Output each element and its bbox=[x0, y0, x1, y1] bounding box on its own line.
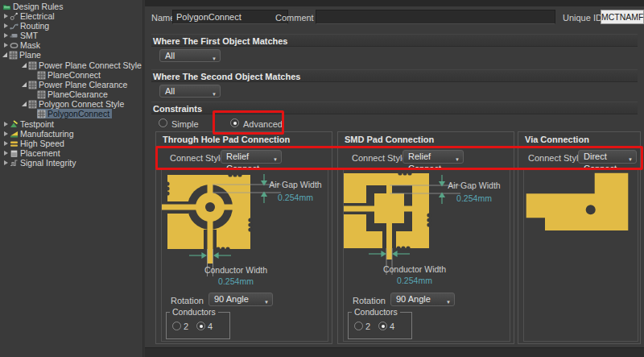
tree-item-smt[interactable]: SMT bbox=[0, 31, 142, 40]
conductors-2-label: 2 bbox=[365, 322, 370, 331]
second-object-scope-dropdown[interactable]: All ▼ bbox=[159, 85, 221, 98]
conductors-group: Conductors 2 4 bbox=[166, 312, 230, 339]
panel-title: SMD Pad Connection bbox=[345, 135, 434, 144]
collapse-icon[interactable] bbox=[22, 82, 27, 87]
expand-icon[interactable] bbox=[4, 131, 8, 136]
conductors-4-radio[interactable] bbox=[196, 322, 205, 330]
air-gap-width-value: 0.254mm bbox=[444, 193, 505, 203]
air-gap-width-value: 0.254mm bbox=[265, 193, 326, 202]
tree-item-planeconnect[interactable]: PlaneConnect bbox=[0, 70, 142, 80]
expand-icon[interactable] bbox=[4, 33, 8, 38]
rule-icon bbox=[37, 110, 46, 118]
tree-item-signal-integrity[interactable]: Signal Integrity bbox=[0, 158, 142, 168]
advanced-radio-label: Advanced bbox=[243, 119, 283, 129]
collapse-icon[interactable] bbox=[22, 63, 27, 68]
tree-item-high-speed[interactable]: High Speed bbox=[0, 139, 142, 148]
conductors-4-radio[interactable] bbox=[378, 322, 387, 330]
through-hole-preview-box: Air Gap Width 0.254mm Conductor Width 0.… bbox=[161, 169, 328, 342]
tree-item-polygon-connect-style[interactable]: Polygon Connect Style bbox=[0, 99, 142, 109]
smd-connect-style-dropdown[interactable]: Relief Connect ▼ bbox=[402, 150, 464, 164]
signal-integrity-icon bbox=[10, 159, 19, 168]
high-speed-icon bbox=[10, 139, 19, 148]
folder-icon bbox=[2, 2, 11, 11]
simple-radio[interactable] bbox=[159, 118, 167, 127]
through-hole-pad-connection-panel: Through Hole Pad Connection Connect Styl… bbox=[155, 131, 332, 344]
electrical-icon bbox=[10, 12, 19, 21]
rule-editor-main: Name Comment Unique ID MCTNAMFK Where Th… bbox=[145, 0, 644, 357]
comment-input[interactable] bbox=[316, 10, 555, 24]
expand-icon[interactable] bbox=[4, 122, 8, 127]
bottom-strip bbox=[145, 347, 644, 357]
advanced-radio[interactable] bbox=[230, 118, 239, 127]
tree-item-power-plane-connect-style[interactable]: Power Plane Connect Style bbox=[0, 60, 142, 70]
collapse-icon[interactable] bbox=[22, 102, 27, 106]
tree-label: Design Rules bbox=[11, 2, 65, 11]
tree-item-polygonconnect-selected[interactable]: PolygonConnect bbox=[0, 109, 142, 118]
first-object-scope-dropdown[interactable]: All ▼ bbox=[159, 49, 221, 62]
conductors-label: Conductors bbox=[170, 307, 218, 317]
smd-pad-connection-panel: SMD Pad Connection Connect Style Relief … bbox=[337, 131, 514, 344]
testpoint-icon bbox=[10, 120, 19, 129]
tree-item-design-rules[interactable]: Design Rules bbox=[0, 2, 142, 11]
tree-item-power-plane-clearance[interactable]: Power Plane Clearance bbox=[0, 80, 142, 89]
chevron-down-icon: ▼ bbox=[212, 89, 217, 101]
conductors-label: Conductors bbox=[352, 307, 400, 317]
unique-id-value: MCTNAMFK bbox=[601, 10, 644, 24]
tree-item-planeclearance[interactable]: PlaneClearance bbox=[0, 89, 142, 99]
tree-item-mask[interactable]: Mask bbox=[0, 40, 142, 50]
expand-icon[interactable] bbox=[4, 43, 8, 48]
name-input[interactable] bbox=[172, 10, 288, 24]
expand-icon[interactable] bbox=[4, 141, 8, 146]
conductor-width-value: 0.254mm bbox=[194, 276, 278, 286]
tree-item-electrical[interactable]: Electrical bbox=[0, 11, 142, 21]
expand-icon[interactable] bbox=[4, 151, 8, 156]
conductors-4-label: 4 bbox=[390, 322, 394, 331]
through-hole-connect-style-dropdown[interactable]: Relief Connect ▼ bbox=[221, 150, 282, 164]
name-label: Name bbox=[151, 13, 175, 23]
smd-preview-box: Air Gap Width 0.254mm Conductor Width 0.… bbox=[343, 169, 510, 342]
conductor-width-label: Conductor Width bbox=[194, 265, 278, 275]
simple-radio-label: Simple bbox=[171, 119, 199, 129]
tree-item-placement[interactable]: Placement bbox=[0, 148, 142, 158]
chevron-down-icon: ▼ bbox=[455, 154, 460, 166]
panel-title: Through Hole Pad Connection bbox=[163, 135, 290, 144]
tree-item-plane[interactable]: Plane bbox=[0, 50, 142, 60]
first-object-matches-header: Where The First Object Matches bbox=[151, 34, 638, 47]
chevron-down-icon: ▼ bbox=[446, 297, 451, 309]
via-connection-panel: Via Connection Connect Style Direct Conn… bbox=[518, 131, 641, 344]
conductors-4-label: 4 bbox=[208, 322, 213, 331]
rule-icon bbox=[28, 100, 37, 109]
rule-icon bbox=[37, 71, 46, 80]
routing-icon bbox=[10, 22, 19, 31]
expand-icon[interactable] bbox=[4, 14, 8, 19]
constraints-header: Constraints bbox=[151, 102, 638, 114]
placement-icon bbox=[10, 149, 19, 158]
top-strip bbox=[145, 0, 644, 6]
rule-icon bbox=[37, 90, 46, 99]
via-connect-style-dropdown[interactable]: Direct Connect ▼ bbox=[578, 150, 637, 164]
panel-title: Via Connection bbox=[525, 135, 589, 144]
conductors-2-label: 2 bbox=[184, 322, 188, 331]
chevron-down-icon: ▼ bbox=[273, 154, 278, 166]
tree-item-routing[interactable]: Routing bbox=[0, 21, 142, 31]
unique-id-label: Unique ID bbox=[563, 13, 602, 23]
tree-item-testpoint[interactable]: Testpoint bbox=[0, 119, 142, 129]
rule-icon bbox=[28, 81, 37, 89]
expand-icon[interactable] bbox=[4, 23, 8, 28]
conductors-2-radio[interactable] bbox=[354, 322, 363, 330]
conductors-group: Conductors 2 4 bbox=[348, 312, 412, 339]
conductors-2-radio[interactable] bbox=[172, 322, 181, 330]
rotation-label: Rotation bbox=[353, 296, 386, 305]
design-rules-tree: Design Rules Electrical Routing SMT Mask… bbox=[0, 0, 143, 357]
rule-icon bbox=[28, 61, 37, 70]
collapse-icon[interactable] bbox=[2, 52, 7, 57]
tree-item-manufacturing[interactable]: Manufacturing bbox=[0, 129, 142, 139]
rule-category-icon bbox=[9, 51, 18, 60]
conductor-width-label: Conductor Width bbox=[373, 264, 456, 274]
chevron-down-icon: ▼ bbox=[264, 297, 269, 309]
air-gap-width-label: Air Gap Width bbox=[265, 180, 326, 189]
expand-icon[interactable] bbox=[4, 160, 8, 165]
manufacturing-icon bbox=[10, 130, 19, 139]
rotation-dropdown[interactable]: 90 Angle ▼ bbox=[390, 293, 455, 306]
rotation-dropdown[interactable]: 90 Angle ▼ bbox=[208, 293, 273, 306]
